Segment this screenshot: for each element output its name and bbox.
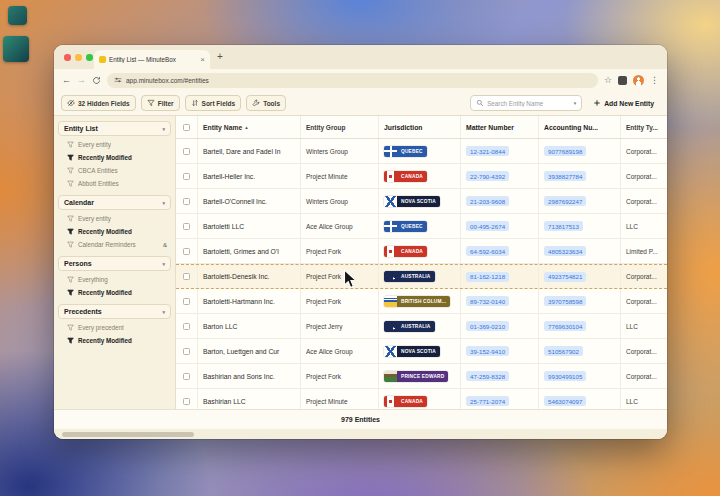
row-select-cell[interactable]	[176, 139, 198, 163]
tab-close-icon[interactable]: ×	[200, 56, 205, 64]
sidebar-item-cbca-entities[interactable]: CBCA Entities	[54, 164, 175, 177]
entity-name-cell[interactable]: Barton, Luettgen and Cur	[198, 339, 301, 363]
sidebar-item-recently-modified[interactable]: Recently Modified	[54, 225, 175, 238]
jurisdiction-badge: CANADA	[384, 246, 427, 257]
entity-name-cell[interactable]: Bashirian LLC	[198, 389, 301, 409]
table-row[interactable]: Barton, Luettgen and CurAce Alice GroupN…	[176, 339, 667, 364]
chevron-down-icon[interactable]: ▾	[574, 100, 577, 106]
row-select-cell[interactable]	[176, 289, 198, 313]
table-row[interactable]: Barton LLCProject JerryAUSTRALIA01-369-0…	[176, 314, 667, 339]
search-entity-input[interactable]: Search Entity Name ▾	[470, 95, 582, 111]
refresh-icon[interactable]	[92, 76, 101, 85]
minimize-window-button[interactable]	[75, 54, 82, 61]
select-all-cell[interactable]	[176, 116, 198, 138]
table-row[interactable]: Bartoletti-Denesik Inc.Project ForkAUSTR…	[176, 264, 667, 289]
address-bar[interactable]: app.minutebox.com/#entities	[107, 73, 598, 88]
filter-funnel-icon	[67, 337, 74, 344]
column-header-entity-name[interactable]: Entity Name ▲	[198, 116, 301, 138]
table-row[interactable]: Bartoletti, Grimes and O'lProject ForkCA…	[176, 239, 667, 264]
entity-name-cell[interactable]: Bartoletti, Grimes and O'l	[198, 239, 301, 263]
sidebar-item-everything[interactable]: Everything	[54, 273, 175, 286]
matter-number-badge: 81-162-1218	[466, 272, 509, 282]
select-all-checkbox[interactable]	[183, 124, 190, 131]
desktop-widget-2[interactable]	[3, 36, 29, 62]
tools-button[interactable]: Tools	[246, 95, 286, 111]
sidebar-item-every-entity[interactable]: Every entity	[54, 212, 175, 225]
row-select-cell[interactable]	[176, 364, 198, 388]
row-checkbox[interactable]	[183, 248, 190, 255]
column-header-entity-group[interactable]: Entity Group	[301, 116, 379, 138]
entity-name-cell[interactable]: Bartell-O'Connell Inc.	[198, 189, 301, 213]
entity-name-cell[interactable]: Bashirian and Sons Inc.	[198, 364, 301, 388]
column-header-accounting-number[interactable]: Accounting Nu...	[539, 116, 621, 138]
scrollbar-thumb[interactable]	[62, 432, 194, 437]
sidebar-section-header-precedents[interactable]: Precedents▾	[58, 304, 171, 319]
table-row[interactable]: Bartoletti LLCAce Alice GroupQUEBEC00-49…	[176, 214, 667, 239]
table-row[interactable]: Bashirian LLCProject MinuteCANADA25-771-…	[176, 389, 667, 409]
row-select-cell[interactable]	[176, 314, 198, 338]
site-settings-icon[interactable]	[114, 76, 122, 84]
table-row[interactable]: Bartell-Heller Inc.Project MinuteCANADA2…	[176, 164, 667, 189]
bookmark-star-icon[interactable]: ☆	[604, 76, 612, 85]
row-select-cell[interactable]	[176, 214, 198, 238]
sidebar-item-recently-modified[interactable]: Recently Modified	[54, 286, 175, 299]
forward-icon[interactable]: →	[77, 76, 86, 85]
sidebar-item-every-precedent[interactable]: Every precedent	[54, 321, 175, 334]
row-checkbox[interactable]	[183, 398, 190, 405]
entity-name-cell[interactable]: Bartoletti-Hartmann Inc.	[198, 289, 301, 313]
table-row[interactable]: Bashirian and Sons Inc.Project ForkPRINC…	[176, 364, 667, 389]
horizontal-scrollbar[interactable]	[54, 429, 667, 439]
filter-button[interactable]: Filter	[141, 95, 180, 111]
sort-fields-button[interactable]: Sort Fields	[185, 95, 242, 111]
entity-name-cell[interactable]: Bartoletti-Denesik Inc.	[198, 265, 301, 288]
new-tab-button[interactable]: +	[217, 51, 223, 62]
sidebar-item-recently-modified[interactable]: Recently Modified	[54, 334, 175, 347]
profile-avatar[interactable]	[633, 75, 644, 86]
row-checkbox[interactable]	[183, 298, 190, 305]
entity-count: 979 Entities	[341, 416, 380, 423]
close-window-button[interactable]	[64, 54, 71, 61]
row-select-cell[interactable]	[176, 189, 198, 213]
row-select-cell[interactable]	[176, 265, 198, 288]
sidebar-section-header-calendar[interactable]: Calendar▾	[58, 195, 171, 210]
row-checkbox[interactable]	[183, 198, 190, 205]
sidebar-item-recently-modified[interactable]: Recently Modified	[54, 151, 175, 164]
table-row[interactable]: Bartoletti-Hartmann Inc.Project ForkBRIT…	[176, 289, 667, 314]
zoom-window-button[interactable]	[86, 54, 93, 61]
sidebar-item-abbott-entities[interactable]: Abbott Entities	[54, 177, 175, 190]
extension-icon[interactable]	[618, 76, 627, 85]
entity-name-cell[interactable]: Barton LLC	[198, 314, 301, 338]
row-select-cell[interactable]	[176, 339, 198, 363]
entity-name-cell[interactable]: Bartell, Dare and Fadel In	[198, 139, 301, 163]
table-row[interactable]: Bartell, Dare and Fadel InWinters GroupQ…	[176, 139, 667, 164]
row-checkbox[interactable]	[183, 348, 190, 355]
row-checkbox[interactable]	[183, 223, 190, 230]
row-checkbox[interactable]	[183, 373, 190, 380]
browser-menu-icon[interactable]: ⋮	[650, 76, 659, 85]
row-checkbox[interactable]	[183, 273, 190, 280]
add-new-entity-button[interactable]: Add New Entity	[587, 99, 660, 107]
sidebar-section-header-entity-list[interactable]: Entity List▾	[58, 121, 171, 136]
column-header-jurisdiction[interactable]: Jurisdiction	[379, 116, 461, 138]
back-icon[interactable]: ←	[62, 76, 71, 85]
chevron-down-icon: ▾	[162, 200, 165, 206]
entity-name-cell[interactable]: Bartoletti LLC	[198, 214, 301, 238]
row-checkbox[interactable]	[183, 323, 190, 330]
table-row[interactable]: Bartell-O'Connell Inc.Winters GroupNOVA …	[176, 189, 667, 214]
row-select-cell[interactable]	[176, 164, 198, 188]
sidebar-item-calendar-reminders[interactable]: Calendar Reminders&	[54, 238, 175, 251]
filter-funnel-icon	[67, 215, 74, 222]
sidebar-section-header-persons[interactable]: Persons▾	[58, 256, 171, 271]
hidden-fields-button[interactable]: 32 Hidden Fields	[61, 95, 136, 111]
sidebar-item-label: CBCA Entities	[78, 167, 118, 174]
row-checkbox[interactable]	[183, 148, 190, 155]
row-select-cell[interactable]	[176, 239, 198, 263]
row-checkbox[interactable]	[183, 173, 190, 180]
row-select-cell[interactable]	[176, 389, 198, 409]
column-header-entity-type[interactable]: Entity Ty...	[621, 116, 667, 138]
column-header-matter-number[interactable]: Matter Number	[461, 116, 539, 138]
browser-tab[interactable]: Entity List — MinuteBox ×	[94, 50, 210, 69]
desktop-widget-1[interactable]	[8, 6, 27, 25]
sidebar-item-every-entity[interactable]: Every entity	[54, 138, 175, 151]
entity-name-cell[interactable]: Bartell-Heller Inc.	[198, 164, 301, 188]
